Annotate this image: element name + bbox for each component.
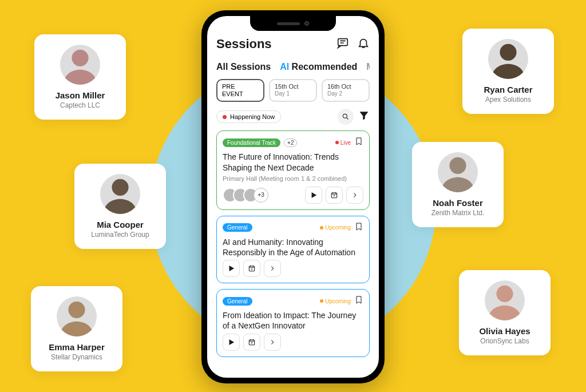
person-name: Olivia Hayes bbox=[479, 326, 530, 336]
play-icon bbox=[227, 338, 235, 346]
search-button[interactable] bbox=[338, 109, 354, 125]
filter-icon bbox=[358, 110, 370, 121]
calendar-add-icon bbox=[330, 191, 338, 199]
speaker-avatars: +3 bbox=[223, 188, 268, 203]
calendar-add-icon bbox=[248, 338, 256, 346]
person-company: Zenith Matrix Ltd. bbox=[431, 209, 485, 217]
calendar-add-icon bbox=[248, 264, 256, 272]
page-title: Sessions bbox=[216, 37, 272, 52]
session-title: AI and Humanity: Innovating Responsibly … bbox=[223, 237, 363, 258]
play-button[interactable] bbox=[223, 334, 240, 351]
bookmark-button[interactable] bbox=[354, 137, 363, 148]
svg-point-2 bbox=[68, 302, 85, 318]
play-button[interactable] bbox=[223, 260, 240, 277]
status-live: Live bbox=[335, 140, 351, 146]
person-card[interactable]: Ryan Carter Apex Solutions bbox=[462, 29, 554, 114]
live-dot-icon bbox=[223, 115, 227, 119]
person-card[interactable]: Emma Harper Stellar Dynamics bbox=[31, 286, 122, 371]
play-icon bbox=[310, 191, 318, 199]
session-card[interactable]: General Upcoming AI and Humanity: Innova… bbox=[216, 216, 370, 283]
bookmark-icon bbox=[354, 137, 363, 146]
open-button[interactable] bbox=[264, 260, 281, 277]
person-card[interactable]: Mia Cooper LuminaTech Group bbox=[74, 164, 166, 249]
bookmark-button[interactable] bbox=[354, 222, 363, 233]
avatar bbox=[438, 152, 478, 192]
add-calendar-button[interactable] bbox=[243, 260, 260, 277]
chevron-right-icon bbox=[351, 191, 359, 199]
svg-point-3 bbox=[500, 44, 516, 61]
bookmark-button[interactable] bbox=[354, 295, 363, 307]
person-company: LuminaTech Group bbox=[91, 231, 149, 239]
tab-ai-recommended[interactable]: AI Recommended bbox=[280, 62, 357, 72]
tab-all-sessions[interactable]: All Sessions bbox=[216, 62, 271, 72]
person-card[interactable]: Noah Foster Zenith Matrix Ltd. bbox=[412, 142, 504, 227]
chat-icon[interactable] bbox=[336, 37, 349, 52]
person-name: Mia Cooper bbox=[97, 220, 144, 229]
svg-point-1 bbox=[112, 179, 128, 196]
more-speakers: +3 bbox=[254, 188, 268, 203]
header: Sessions bbox=[216, 37, 370, 52]
session-title: The Future of Innovation: Trends Shaping… bbox=[223, 152, 363, 172]
session-title: From Ideation to Impact: The Journey of … bbox=[223, 310, 363, 331]
date-filter-row: PRE EVENT 15th Oct Day 1 16th Oct Day 2 bbox=[216, 79, 370, 102]
session-card[interactable]: Foundational Track +2 Live The Future of… bbox=[216, 130, 370, 209]
person-company: OrionSync Labs bbox=[480, 337, 529, 345]
track-badge: General bbox=[223, 297, 252, 306]
bookmark-icon bbox=[354, 222, 363, 231]
open-button[interactable] bbox=[346, 187, 363, 204]
svg-rect-6 bbox=[338, 39, 348, 46]
tab-my[interactable]: My bbox=[366, 62, 370, 72]
avatar bbox=[485, 280, 525, 320]
person-name: Noah Foster bbox=[433, 198, 483, 208]
bell-icon[interactable] bbox=[357, 37, 370, 52]
avatar bbox=[60, 45, 100, 85]
person-card[interactable]: Olivia Hayes OrionSync Labs bbox=[459, 270, 551, 355]
person-company: Captech LLC bbox=[60, 101, 100, 109]
date-pill-pre-event[interactable]: PRE EVENT bbox=[216, 79, 264, 102]
chevron-right-icon bbox=[268, 264, 276, 272]
avatar bbox=[100, 174, 140, 214]
svg-point-4 bbox=[449, 157, 466, 174]
avatar bbox=[57, 296, 97, 336]
bookmark-icon bbox=[354, 295, 363, 304]
play-icon bbox=[227, 264, 235, 272]
date-pill-day2[interactable]: 16th Oct Day 2 bbox=[322, 79, 370, 102]
track-badge: General bbox=[223, 223, 252, 232]
person-company: Apex Solutions bbox=[485, 96, 531, 104]
status-upcoming: Upcoming bbox=[320, 298, 351, 304]
person-name: Ryan Carter bbox=[484, 85, 532, 94]
person-name: Emma Harper bbox=[49, 342, 105, 352]
add-calendar-button[interactable] bbox=[326, 187, 343, 204]
person-name: Jason Miller bbox=[56, 90, 105, 100]
session-card[interactable]: General Upcoming From Ideation to Impact… bbox=[216, 289, 370, 357]
svg-point-7 bbox=[343, 114, 347, 118]
filter-button[interactable] bbox=[358, 110, 370, 124]
phone-screen: Sessions All Sessions AI Recommended My … bbox=[207, 16, 379, 378]
person-card[interactable]: Jason Miller Captech LLC bbox=[34, 34, 126, 120]
add-calendar-button[interactable] bbox=[243, 334, 260, 351]
svg-point-5 bbox=[496, 286, 513, 302]
more-badge: +2 bbox=[284, 138, 297, 147]
svg-point-0 bbox=[72, 50, 88, 66]
track-badge: Foundational Track bbox=[223, 138, 280, 147]
open-button[interactable] bbox=[264, 334, 281, 351]
date-pill-day1[interactable]: 15th Oct Day 1 bbox=[269, 79, 317, 102]
status-upcoming: Upcoming bbox=[320, 224, 351, 231]
person-company: Stellar Dynamics bbox=[51, 353, 102, 361]
chevron-right-icon bbox=[268, 338, 276, 346]
phone-notch bbox=[250, 16, 336, 31]
happening-now-chip[interactable]: Happening Now bbox=[216, 110, 281, 123]
phone-mockup: Sessions All Sessions AI Recommended My … bbox=[201, 10, 385, 383]
avatar bbox=[488, 39, 528, 79]
search-icon bbox=[342, 113, 350, 121]
session-location: Primary Hall (Meeting room 1 & 2 combine… bbox=[223, 175, 363, 182]
play-button[interactable] bbox=[305, 187, 322, 204]
tabs: All Sessions AI Recommended My bbox=[216, 62, 370, 72]
